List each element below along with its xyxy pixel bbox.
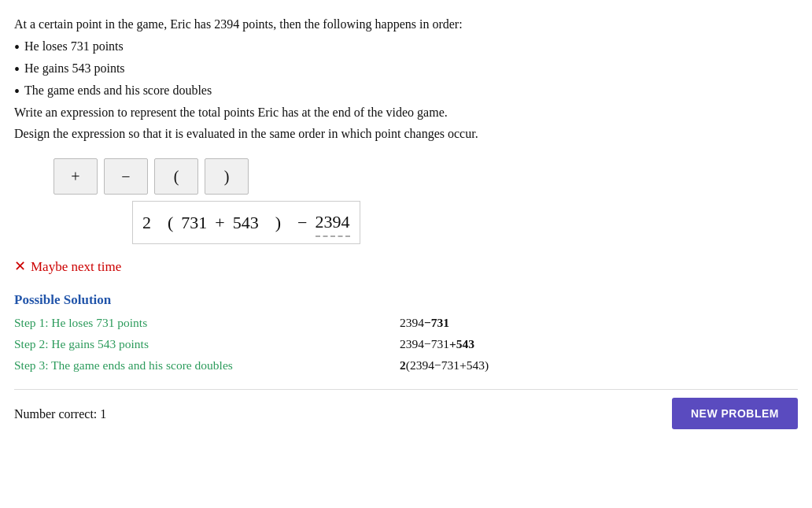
bullet-dot-1: • — [14, 36, 20, 58]
step-1-desc: Step 1: He loses 731 points — [14, 313, 400, 333]
expr-token-6: − — [289, 209, 307, 236]
minus-button[interactable]: − — [104, 158, 148, 195]
bullet-1: • He loses 731 points — [14, 36, 798, 58]
step-3-desc: Step 3: The game ends and his score doub… — [14, 356, 400, 376]
footer: Number correct: 1 NEW PROBLEM — [14, 389, 798, 429]
solution-title: Possible Solution — [14, 289, 798, 310]
solution-step-3: Step 3: The game ends and his score doub… — [14, 356, 798, 376]
new-problem-button[interactable]: NEW PROBLEM — [672, 398, 798, 429]
solution-step-1: Step 1: He loses 731 points 2394−731 — [14, 313, 798, 333]
problem-instruction1: Write an expression to represent the tot… — [14, 102, 798, 123]
bullet-text-3: The game ends and his score doubles — [24, 80, 212, 101]
close-paren-button[interactable]: ) — [205, 158, 249, 195]
number-correct-label: Number correct: 1 — [14, 404, 106, 425]
problem-intro: At a certain point in the game, Eric has… — [14, 14, 798, 35]
bullet-dot-2: • — [14, 58, 20, 80]
bullet-text-2: He gains 543 points — [24, 58, 125, 79]
expression-display: 2 ( 731 + 543 ) − 2394 — [132, 201, 360, 244]
wrong-text: Maybe next time — [31, 256, 121, 277]
solution-section: Possible Solution Step 1: He loses 731 p… — [14, 289, 798, 376]
expr-token-4: 543 — [233, 209, 259, 236]
expr-token-5: ) — [267, 209, 281, 236]
bullet-dot-3: • — [14, 80, 20, 102]
expr-token-1: ( — [159, 209, 173, 236]
step-2-desc: Step 2: He gains 543 points — [14, 335, 400, 354]
expr-token-7: 2394 — [316, 208, 350, 237]
problem-text: At a certain point in the game, Eric has… — [14, 14, 798, 144]
wrong-icon: ✕ — [14, 255, 26, 278]
feedback-wrong: ✕ Maybe next time — [14, 255, 798, 278]
expr-token-2: 731 — [181, 209, 207, 236]
bullet-3: • The game ends and his score doubles — [14, 80, 798, 102]
problem-instruction2: Design the expression so that it is eval… — [14, 124, 798, 144]
solution-steps: Step 1: He loses 731 points 2394−731 Ste… — [14, 313, 798, 375]
bullet-text-1: He loses 731 points — [24, 36, 124, 57]
bullet-2: • He gains 543 points — [14, 58, 798, 80]
operator-row: + − ( ) — [54, 158, 798, 195]
plus-button[interactable]: + — [54, 158, 98, 195]
step-1-expr: 2394−731 — [400, 313, 449, 333]
solution-step-2: Step 2: He gains 543 points 2394−731+543 — [14, 335, 798, 354]
open-paren-button[interactable]: ( — [154, 158, 198, 195]
expr-token-3: + — [215, 209, 224, 236]
step-3-expr: 2(2394−731+543) — [400, 356, 489, 376]
step-2-expr: 2394−731+543 — [400, 335, 474, 354]
expr-token-0: 2 — [142, 209, 151, 236]
